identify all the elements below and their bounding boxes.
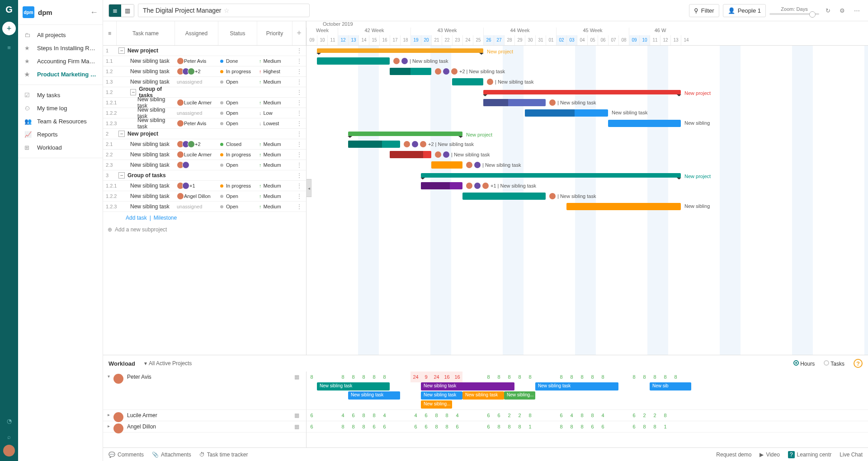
row-menu-icon[interactable]: ⋮ (292, 89, 306, 95)
task-status[interactable]: Open (218, 110, 257, 116)
filter-button[interactable]: ⚲Filter (689, 4, 719, 17)
task-bar[interactable]: | New sibling task (483, 99, 546, 106)
calendar-icon[interactable]: ▦ (294, 374, 302, 381)
task-row[interactable]: 1.1 New sibling task Peter Avis Done ↑Me… (103, 56, 306, 66)
row-menu-icon[interactable]: ⋮ (292, 79, 306, 85)
menu-icon[interactable]: ≡ (7, 44, 11, 51)
collapse-icon[interactable]: − (118, 131, 125, 137)
task-bar[interactable]: | New sibling task (317, 57, 390, 65)
attachments-button[interactable]: 📎 Attachments (152, 452, 191, 458)
sidebar-item-all-projects[interactable]: 🗀 All projects (18, 28, 103, 42)
task-row[interactable]: 1.2.3 New sibling task unassigned Open ↑… (103, 202, 306, 212)
live-chat-button[interactable]: Live Chat (840, 452, 863, 458)
task-bar[interactable]: | New sibling task (390, 151, 431, 158)
task-priority[interactable]: ↑Medium (257, 193, 292, 199)
sidebar-starred-item[interactable]: ★Accounting Firm Marketing... (18, 55, 103, 68)
task-assigned[interactable]: Peter Avis (175, 57, 218, 65)
row-menu-icon[interactable]: ⋮ (292, 58, 306, 64)
col-priority[interactable]: Priority (257, 21, 292, 45)
collapse-grid-handle[interactable]: ◂ (307, 179, 311, 197)
col-assigned[interactable]: Assigned (175, 21, 218, 45)
project-title-box[interactable]: The Digital Project Manager ☆ (138, 4, 310, 17)
summary-bar[interactable]: New project (483, 90, 681, 94)
task-priority[interactable]: ↓Lowest (257, 121, 292, 126)
grid-options-icon[interactable]: ≡ (103, 21, 117, 45)
workload-task-bar[interactable]: New sibling task (317, 382, 390, 390)
video-button[interactable]: ▶ Video (760, 452, 779, 458)
task-name-cell[interactable]: New sibling task (117, 58, 175, 64)
task-priority[interactable]: ↑Medium (257, 183, 292, 188)
row-menu-icon[interactable]: ⋮ (292, 110, 306, 116)
search-icon[interactable]: ⌕ (7, 433, 11, 440)
add-subproject-link[interactable]: ⊕Add a new subproject (103, 224, 306, 235)
back-icon[interactable]: ← (90, 8, 98, 17)
task-assigned[interactable]: Angel Dillon (175, 193, 218, 200)
request-demo-button[interactable]: Request demo (716, 452, 751, 458)
task-name-cell[interactable]: New sibling task (117, 117, 175, 130)
task-bar[interactable]: | New sibling task (431, 161, 462, 169)
task-name-cell[interactable]: New sibling task (117, 183, 175, 189)
tracker-button[interactable]: ⏱ Task time tracker (199, 452, 248, 458)
learning-button[interactable]: ? Learning centr (788, 451, 831, 458)
row-menu-icon[interactable]: ⋮ (292, 99, 306, 106)
task-status[interactable]: Open (218, 204, 257, 209)
task-assigned[interactable] (175, 161, 218, 169)
chevron-icon[interactable]: ▾ (108, 374, 110, 379)
workload-filter[interactable]: ▾ All Active Projects (144, 360, 192, 367)
task-status[interactable]: Open (218, 193, 257, 199)
col-task-name[interactable]: Task name (117, 21, 175, 45)
history-icon[interactable]: ↻ (823, 5, 833, 17)
zoom-slider[interactable] (769, 13, 819, 15)
row-menu-icon[interactable]: ⋮ (292, 47, 306, 54)
task-name-cell[interactable]: New sibling task (117, 162, 175, 168)
task-priority[interactable]: ↑Medium (257, 79, 292, 85)
task-assigned[interactable]: +2 (175, 68, 218, 75)
task-row[interactable]: 3 −Group of tasks ⋮ (103, 170, 306, 181)
task-bar[interactable]: | New sibling task (452, 78, 483, 85)
sidebar-nav-item[interactable]: 📈Reports (18, 128, 103, 141)
workload-task-bar[interactable]: New sib (650, 382, 691, 390)
task-row[interactable]: 1.2.3 New sibling task Peter Avis Open ↓… (103, 118, 306, 129)
task-row[interactable]: 1.2.2 New sibling task Angel Dillon Open… (103, 191, 306, 202)
add-task-link[interactable]: Add task (126, 215, 147, 221)
add-column-button[interactable]: + (292, 21, 306, 45)
task-assigned[interactable]: +1 (175, 182, 218, 189)
task-bar[interactable]: +2 | New sibling task (390, 68, 431, 75)
row-menu-icon[interactable]: ⋮ (292, 193, 306, 199)
task-assigned[interactable]: Peter Avis (175, 120, 218, 127)
row-menu-icon[interactable]: ⋮ (292, 172, 306, 179)
workload-task-bar[interactable]: New sibling task (462, 391, 504, 400)
row-menu-icon[interactable]: ⋮ (292, 120, 306, 127)
task-name-cell[interactable]: New sibling task (117, 151, 175, 158)
task-bar[interactable]: New sibling task (525, 109, 608, 117)
workload-person[interactable]: ▸Angel Dillon▦ (103, 421, 306, 433)
sidebar-starred-item[interactable]: ★Steps In Installing Rack Mo... (18, 42, 103, 55)
task-bar[interactable]: New sibling (566, 203, 681, 210)
task-bar[interactable]: +1 | New sibling task (421, 182, 462, 189)
chevron-icon[interactable]: ▸ (108, 423, 110, 428)
calendar-icon[interactable]: ▦ (294, 412, 302, 419)
task-priority[interactable]: ↑Medium (257, 100, 292, 105)
task-assigned[interactable]: +2 (175, 141, 218, 148)
workload-task-bar[interactable]: New sibling task (421, 391, 462, 400)
workload-person[interactable]: ▸Lucile Armer▦ (103, 410, 306, 421)
more-icon[interactable]: ⋯ (851, 5, 863, 17)
row-menu-icon[interactable]: ⋮ (292, 68, 306, 75)
task-row[interactable]: 2.3 New sibling task Open ↑Medium ⋮ (103, 160, 306, 170)
task-name-cell[interactable]: New sibling task (117, 141, 175, 147)
board-view-button[interactable]: ▥ (121, 5, 134, 17)
workload-person[interactable]: ▾Peter Avis▦ (103, 372, 306, 410)
bell-icon[interactable]: ◔ (7, 418, 12, 424)
chevron-icon[interactable]: ▸ (108, 412, 110, 417)
task-priority[interactable]: ↓Low (257, 110, 292, 116)
task-name-cell[interactable]: New sibling task (117, 203, 175, 210)
sidebar-starred-item[interactable]: ★Product Marketing Plan Te... (18, 68, 103, 81)
task-status[interactable]: Open (218, 162, 257, 168)
sidebar-nav-item[interactable]: ⊞Workload (18, 141, 103, 154)
gantt-view-button[interactable]: ≣ (109, 5, 121, 17)
task-priority[interactable]: ↑Medium (257, 162, 292, 168)
task-name-cell[interactable]: −New project (117, 131, 175, 137)
task-row[interactable]: 2.2 New sibling task Lucile Armer In pro… (103, 150, 306, 160)
collapse-icon[interactable]: − (118, 47, 125, 54)
task-assigned[interactable]: unassigned (175, 204, 218, 209)
